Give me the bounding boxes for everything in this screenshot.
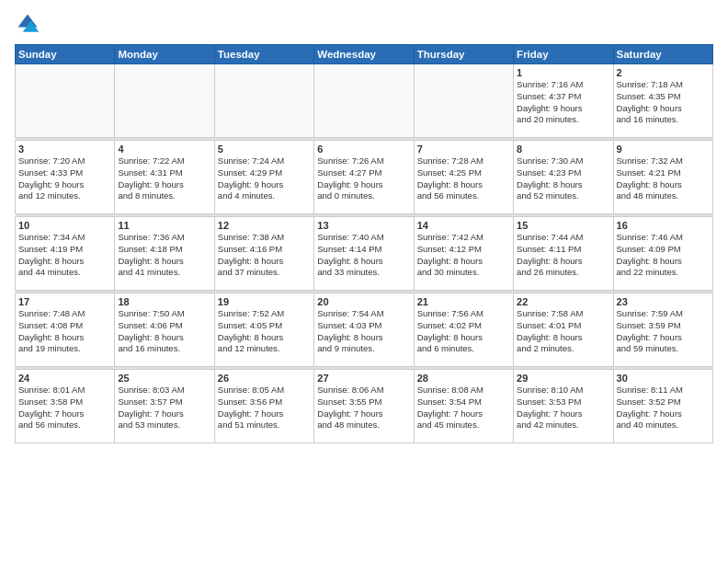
calendar-week-row: 1Sunrise: 7:16 AM Sunset: 4:37 PM Daylig… [16,64,713,138]
day-info: Sunrise: 7:24 AM Sunset: 4:29 PM Dayligh… [218,155,311,202]
calendar-cell: 24Sunrise: 8:01 AM Sunset: 3:58 PM Dayli… [16,370,115,443]
calendar-cell [214,64,313,138]
day-info: Sunrise: 7:44 AM Sunset: 4:11 PM Dayligh… [517,232,609,279]
day-info: Sunrise: 7:52 AM Sunset: 4:05 PM Dayligh… [218,308,311,355]
day-info: Sunrise: 7:54 AM Sunset: 4:03 PM Dayligh… [317,308,410,355]
calendar-cell [314,64,414,138]
calendar-cell: 16Sunrise: 7:46 AM Sunset: 4:09 PM Dayli… [613,217,712,291]
day-number: 16 [617,220,710,231]
day-info: Sunrise: 7:56 AM Sunset: 4:02 PM Dayligh… [417,308,510,355]
day-info: Sunrise: 8:08 AM Sunset: 3:54 PM Dayligh… [417,385,510,431]
day-info: Sunrise: 7:20 AM Sunset: 4:33 PM Dayligh… [18,155,111,202]
calendar-week-row: 10Sunrise: 7:34 AM Sunset: 4:19 PM Dayli… [16,217,713,291]
weekday-header: Friday [514,45,613,64]
day-info: Sunrise: 7:16 AM Sunset: 4:37 PM Dayligh… [517,79,609,126]
calendar: SundayMondayTuesdayWednesdayThursdayFrid… [15,44,713,443]
calendar-body: 1Sunrise: 7:16 AM Sunset: 4:37 PM Daylig… [16,64,713,443]
calendar-cell: 6Sunrise: 7:26 AM Sunset: 4:27 PM Daylig… [314,141,414,214]
day-info: Sunrise: 7:58 AM Sunset: 4:01 PM Dayligh… [517,308,609,355]
day-number: 14 [417,220,510,231]
calendar-cell: 5Sunrise: 7:24 AM Sunset: 4:29 PM Daylig… [214,141,313,214]
day-number: 12 [218,220,311,231]
calendar-cell: 7Sunrise: 7:28 AM Sunset: 4:25 PM Daylig… [414,141,513,214]
calendar-cell [16,64,115,138]
day-info: Sunrise: 7:59 AM Sunset: 3:59 PM Dayligh… [617,308,710,355]
calendar-cell: 27Sunrise: 8:06 AM Sunset: 3:55 PM Dayli… [314,370,414,443]
calendar-cell: 14Sunrise: 7:42 AM Sunset: 4:12 PM Dayli… [414,217,513,291]
day-info: Sunrise: 7:48 AM Sunset: 4:08 PM Dayligh… [18,308,111,355]
calendar-cell: 17Sunrise: 7:48 AM Sunset: 4:08 PM Dayli… [16,293,115,367]
calendar-cell: 18Sunrise: 7:50 AM Sunset: 4:06 PM Dayli… [115,293,214,367]
calendar-cell: 21Sunrise: 7:56 AM Sunset: 4:02 PM Dayli… [414,293,513,367]
day-info: Sunrise: 8:10 AM Sunset: 3:53 PM Dayligh… [517,385,609,431]
weekday-header: Tuesday [214,45,313,64]
calendar-cell: 12Sunrise: 7:38 AM Sunset: 4:16 PM Dayli… [214,217,313,291]
calendar-cell: 13Sunrise: 7:40 AM Sunset: 4:14 PM Dayli… [314,217,414,291]
day-info: Sunrise: 7:38 AM Sunset: 4:16 PM Dayligh… [218,232,311,279]
weekday-header: Saturday [613,45,712,64]
day-number: 17 [18,296,111,307]
calendar-cell: 4Sunrise: 7:22 AM Sunset: 4:31 PM Daylig… [115,141,214,214]
weekday-header: Monday [115,45,214,64]
calendar-cell: 2Sunrise: 7:18 AM Sunset: 4:35 PM Daylig… [613,64,712,138]
calendar-cell [115,64,214,138]
day-number: 26 [218,373,311,384]
day-info: Sunrise: 7:32 AM Sunset: 4:21 PM Dayligh… [617,155,710,202]
day-info: Sunrise: 7:50 AM Sunset: 4:06 PM Dayligh… [118,308,210,355]
day-number: 15 [517,220,609,231]
day-info: Sunrise: 8:05 AM Sunset: 3:56 PM Dayligh… [218,385,311,431]
day-number: 25 [118,373,210,384]
day-info: Sunrise: 7:22 AM Sunset: 4:31 PM Dayligh… [118,155,210,202]
day-number: 21 [417,296,510,307]
calendar-cell: 1Sunrise: 7:16 AM Sunset: 4:37 PM Daylig… [514,64,613,138]
day-number: 2 [617,67,710,78]
day-number: 28 [417,373,510,384]
calendar-header-row: SundayMondayTuesdayWednesdayThursdayFrid… [16,45,713,64]
calendar-week-row: 24Sunrise: 8:01 AM Sunset: 3:58 PM Dayli… [16,370,713,443]
day-number: 23 [617,296,710,307]
day-number: 6 [317,144,410,155]
day-number: 9 [617,144,710,155]
calendar-week-row: 3Sunrise: 7:20 AM Sunset: 4:33 PM Daylig… [16,141,713,214]
calendar-cell: 23Sunrise: 7:59 AM Sunset: 3:59 PM Dayli… [613,293,712,367]
day-number: 3 [18,144,111,155]
calendar-cell: 19Sunrise: 7:52 AM Sunset: 4:05 PM Dayli… [214,293,313,367]
day-number: 4 [118,144,210,155]
logo [15,11,44,37]
calendar-cell: 25Sunrise: 8:03 AM Sunset: 3:57 PM Dayli… [115,370,214,443]
day-info: Sunrise: 7:26 AM Sunset: 4:27 PM Dayligh… [317,155,410,202]
day-number: 18 [118,296,210,307]
calendar-cell: 9Sunrise: 7:32 AM Sunset: 4:21 PM Daylig… [613,141,712,214]
day-info: Sunrise: 7:40 AM Sunset: 4:14 PM Dayligh… [317,232,410,279]
day-info: Sunrise: 7:42 AM Sunset: 4:12 PM Dayligh… [417,232,510,279]
day-number: 10 [18,220,111,231]
day-info: Sunrise: 8:06 AM Sunset: 3:55 PM Dayligh… [317,385,410,431]
calendar-cell: 30Sunrise: 8:11 AM Sunset: 3:52 PM Dayli… [613,370,712,443]
day-number: 22 [517,296,609,307]
day-info: Sunrise: 8:03 AM Sunset: 3:57 PM Dayligh… [118,385,210,431]
day-info: Sunrise: 7:46 AM Sunset: 4:09 PM Dayligh… [617,232,710,279]
day-number: 5 [218,144,311,155]
header [15,11,713,37]
day-info: Sunrise: 7:34 AM Sunset: 4:19 PM Dayligh… [18,232,111,279]
calendar-cell [414,64,513,138]
calendar-cell: 26Sunrise: 8:05 AM Sunset: 3:56 PM Dayli… [214,370,313,443]
calendar-cell: 8Sunrise: 7:30 AM Sunset: 4:23 PM Daylig… [514,141,613,214]
calendar-cell: 20Sunrise: 7:54 AM Sunset: 4:03 PM Dayli… [314,293,414,367]
day-number: 30 [617,373,710,384]
day-number: 19 [218,296,311,307]
calendar-week-row: 17Sunrise: 7:48 AM Sunset: 4:08 PM Dayli… [16,293,713,367]
day-number: 24 [18,373,111,384]
day-info: Sunrise: 7:36 AM Sunset: 4:18 PM Dayligh… [118,232,210,279]
day-number: 20 [317,296,410,307]
calendar-cell: 11Sunrise: 7:36 AM Sunset: 4:18 PM Dayli… [115,217,214,291]
page: SundayMondayTuesdayWednesdayThursdayFrid… [0,0,728,563]
day-info: Sunrise: 8:01 AM Sunset: 3:58 PM Dayligh… [18,385,111,431]
day-number: 27 [317,373,410,384]
day-info: Sunrise: 7:18 AM Sunset: 4:35 PM Dayligh… [617,79,710,126]
day-number: 8 [517,144,609,155]
day-info: Sunrise: 7:28 AM Sunset: 4:25 PM Dayligh… [417,155,510,202]
day-number: 13 [317,220,410,231]
calendar-cell: 28Sunrise: 8:08 AM Sunset: 3:54 PM Dayli… [414,370,513,443]
logo-icon [15,11,40,37]
